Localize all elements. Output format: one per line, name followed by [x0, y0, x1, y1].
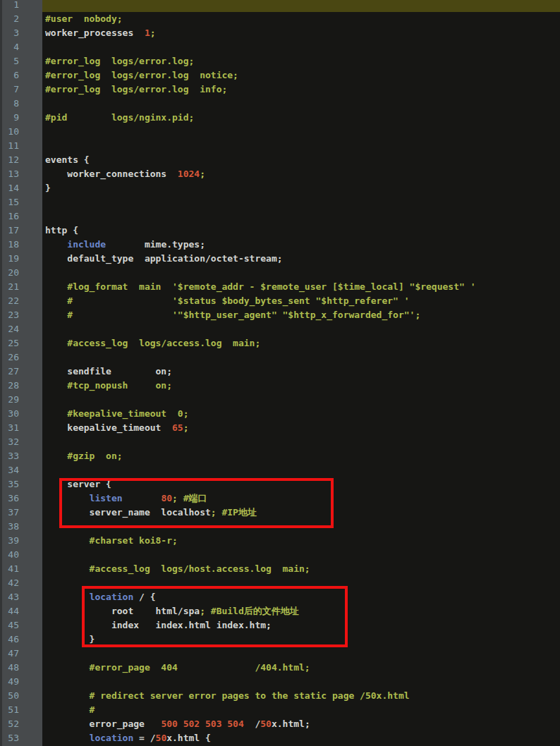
code-line[interactable]: sendfile on; — [42, 365, 560, 379]
comment-text: #log_format main '$remote_addr - $remote… — [45, 281, 475, 292]
number-text: 1 — [145, 27, 150, 38]
line-number: 9 — [2, 111, 42, 125]
code-line[interactable]: location = /50x.html { — [42, 731, 560, 745]
code-line[interactable]: error_page 500 502 503 504 /50x.html; — [42, 717, 560, 731]
number-text: 500 502 503 504 — [161, 719, 243, 729]
code-line[interactable]: # '"$http_user_agent" "$http_x_forwarded… — [42, 308, 560, 322]
code-line[interactable]: worker_processes 1; — [42, 26, 560, 40]
comment-text: #端口 — [183, 493, 207, 503]
code-line[interactable]: worker_connections 1024; — [42, 167, 560, 181]
code-line[interactable] — [42, 40, 560, 54]
code-text: } — [45, 634, 95, 644]
code-line[interactable] — [42, 209, 560, 224]
line-number: 47 — [2, 647, 42, 661]
line-number: 43 — [2, 590, 42, 604]
code-line[interactable]: # '$status $body_bytes_sent "$http_refer… — [42, 294, 560, 308]
code-line[interactable] — [42, 266, 560, 280]
code-line[interactable] — [42, 548, 560, 562]
code-text: server_name localhost — [45, 507, 211, 518]
code-line[interactable]: #tcp_nopush on; — [42, 379, 560, 393]
code-line[interactable] — [42, 520, 560, 534]
code-line[interactable] — [42, 393, 560, 407]
code-line[interactable] — [42, 139, 560, 153]
code-line[interactable]: index index.html index.htm; — [42, 618, 560, 632]
keyword-text: listen — [90, 493, 123, 503]
code-line[interactable]: #error_log logs/error.log notice; — [42, 68, 560, 82]
line-number: 40 — [2, 548, 42, 562]
line-number: 50 — [2, 689, 42, 703]
code-line[interactable]: server_name localhost; #IP地址 — [42, 506, 560, 520]
line-number: 34 — [2, 463, 42, 477]
code-line[interactable]: default_type application/octet-stream; — [42, 252, 560, 266]
code-line[interactable]: #gzip on; — [42, 449, 560, 463]
code-line[interactable]: #pid logs/nginx.pid; — [42, 111, 560, 125]
comment-text: # '$status $body_bytes_sent "$http_refer… — [45, 295, 410, 306]
comment-text: #IP地址 — [221, 507, 256, 518]
line-number: 18 — [2, 238, 42, 252]
line-number: 3 — [2, 26, 42, 40]
code-line[interactable]: server { — [42, 477, 560, 491]
code-line[interactable]: #charset koi8-r; — [42, 534, 560, 548]
code-line[interactable]: keepalive_timeout 65; — [42, 421, 560, 435]
line-number: 49 — [2, 675, 42, 689]
code-line[interactable] — [42, 322, 560, 336]
code-text — [45, 592, 90, 602]
number-text: 1024 — [178, 169, 200, 179]
code-text — [45, 493, 90, 503]
code-line[interactable] — [42, 195, 560, 209]
line-number: 44 — [2, 604, 42, 618]
code-line[interactable]: #access_log logs/host.access.log main; — [42, 562, 560, 576]
code-line[interactable]: } — [42, 632, 560, 647]
code-text: / — [244, 719, 260, 729]
operator-text: ; — [211, 507, 217, 518]
code-line[interactable] — [42, 675, 560, 689]
number-text: 80 — [161, 493, 172, 503]
code-line[interactable]: #error_log logs/error.log; — [42, 54, 560, 68]
line-number: 41 — [2, 562, 42, 576]
code-line[interactable]: #error_log logs/error.log info; — [42, 82, 560, 97]
code-line[interactable] — [42, 435, 560, 449]
code-text: mime.types; — [106, 239, 205, 250]
code-line[interactable] — [42, 647, 560, 661]
code-line-current[interactable] — [42, 0, 560, 12]
code-line[interactable]: #log_format main '$remote_addr - $remote… — [42, 280, 560, 294]
code-text: default_type application/octet-stream; — [45, 253, 283, 264]
code-line[interactable]: #access_log logs/access.log main; — [42, 336, 560, 350]
line-number: 23 — [2, 308, 42, 322]
line-number: 35 — [2, 477, 42, 491]
code-line[interactable] — [42, 97, 560, 111]
code-line[interactable]: # — [42, 703, 560, 717]
operator-text: ; — [183, 422, 189, 433]
code-area[interactable]: #user nobody;worker_processes 1;#error_l… — [42, 0, 560, 746]
code-text: worker_processes — [45, 27, 145, 38]
code-line[interactable]: http { — [42, 224, 560, 238]
line-number: 11 — [2, 139, 42, 153]
code-line[interactable]: } — [42, 181, 560, 195]
code-line[interactable] — [42, 576, 560, 590]
code-line[interactable]: # redirect server error pages to the sta… — [42, 689, 560, 703]
code-line[interactable]: root html/spa; #Build后的文件地址 — [42, 604, 560, 618]
line-number: 30 — [2, 407, 42, 421]
code-line[interactable]: #user nobody; — [42, 12, 560, 26]
comment-text: # — [45, 704, 95, 715]
code-line[interactable] — [42, 125, 560, 139]
comment-text: #user nobody; — [45, 13, 123, 24]
line-number: 36 — [2, 491, 42, 506]
code-text: } — [45, 183, 51, 193]
code-line[interactable]: #keepalive_timeout 0; — [42, 407, 560, 421]
operator-text: ; — [200, 606, 205, 616]
code-text: events { — [45, 154, 90, 165]
code-line[interactable]: #error_page 404 /404.html; — [42, 661, 560, 675]
line-number: 39 — [2, 534, 42, 548]
code-line[interactable] — [42, 350, 560, 365]
code-text: keepalive_timeout — [45, 422, 172, 433]
code-line[interactable]: include mime.types; — [42, 238, 560, 252]
line-number: 14 — [2, 181, 42, 195]
code-line[interactable]: events { — [42, 153, 560, 167]
code-line[interactable]: listen 80; #端口 — [42, 491, 560, 506]
line-number: 7 — [2, 82, 42, 97]
line-number-gutter: 1234567891011121314151617181920212223242… — [0, 0, 42, 746]
number-text: 50 — [260, 719, 272, 729]
code-line[interactable]: location / { — [42, 590, 560, 604]
code-line[interactable] — [42, 463, 560, 477]
